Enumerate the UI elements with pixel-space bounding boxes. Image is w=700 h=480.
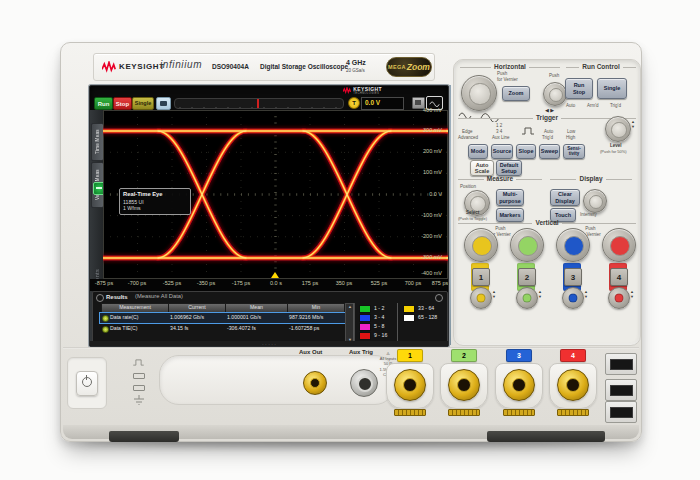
panel-drag-handle[interactable]: · · · · · [90, 341, 448, 346]
keysight-spark-icon [343, 87, 351, 94]
level-label: Level [610, 143, 622, 149]
screen-logo-subtext: TECHNOLOGIES [353, 92, 382, 95]
single-button[interactable]: Single [132, 97, 154, 110]
y-axis-label: 200 mV [423, 149, 442, 155]
trigger-sweep-button[interactable]: Sweep [539, 144, 560, 159]
ch4-offset-knob[interactable] [608, 287, 630, 309]
x-axis-label: 525 ps [371, 281, 388, 287]
oscilloscope-body: KEYSIGHT infiniium DSO90404A Digital Sto… [60, 42, 642, 442]
measurement-row-icon [102, 326, 109, 333]
trigger-slope-button[interactable]: Slope [516, 144, 536, 159]
time-axis: -875 ps -700 ps -525 ps -350 ps -175 ps … [90, 279, 448, 291]
divider [397, 303, 398, 341]
x-axis-label: -525 ps [163, 281, 181, 287]
legend-label: 5 - 8 [374, 324, 384, 329]
trigger-source-icon[interactable]: T [348, 97, 360, 109]
section-title: Vertical [535, 220, 558, 227]
ch4-probe-contacts [557, 409, 589, 416]
x-axis-label: 0.0 s [270, 281, 282, 287]
pulse-symbol [133, 359, 144, 366]
ch1-offset-knob[interactable] [470, 287, 492, 309]
cell-mean: 1.000001 Gb/s [227, 315, 261, 320]
results-title: Results [106, 294, 128, 300]
ch1-scale-knob[interactable] [464, 228, 498, 262]
cell-measurement: Data rate(C) [110, 315, 139, 320]
bandwidth-label: 4 GHz [346, 59, 366, 66]
stop-button[interactable]: Stop [113, 97, 132, 110]
ch1-enable-button[interactable]: 1 [472, 268, 490, 286]
ch2-enable-button[interactable]: 2 [518, 268, 536, 286]
panel-menu-icon[interactable] [96, 294, 104, 302]
timeline-trigger-marker [257, 99, 259, 108]
trigger-time-marker[interactable] [271, 272, 279, 278]
megazoom-badge: MEGA Zoom [386, 57, 432, 77]
cell-current: 34.15 fs [170, 326, 188, 331]
results-subtitle: (Measure All Data) [135, 294, 183, 300]
cell-min: 987.9216 Mb/s [289, 315, 323, 320]
cell-mean: -306.4072 fs [227, 326, 256, 331]
single-run-button[interactable]: Single [597, 78, 627, 99]
ch4-enable-button[interactable]: 4 [610, 268, 628, 286]
x-axis-label: -350 ps [197, 281, 215, 287]
legend-label: 9 - 16 [374, 333, 387, 338]
usb-port [605, 379, 637, 401]
section-horizontal: Horizontal [460, 64, 560, 71]
multipurpose-button[interactable]: Multi- purpose [496, 189, 524, 206]
horizontal-scale-knob[interactable] [461, 75, 497, 111]
trigger-source-button[interactable]: Source [491, 144, 513, 159]
zoom-button[interactable]: Zoom [502, 86, 530, 101]
default-setup-button[interactable]: Default Setup [496, 160, 522, 176]
screen-capture-icon[interactable] [156, 97, 171, 110]
intensity-knob[interactable] [583, 189, 607, 213]
trigger-level-knob[interactable] [605, 116, 631, 142]
panel-close-icon[interactable] [435, 294, 443, 302]
ch3-scale-knob[interactable] [556, 228, 590, 262]
brand-name: KEYSIGHT [119, 62, 165, 71]
trigger-mode-button[interactable]: Mode [468, 144, 488, 159]
usb-port [605, 401, 637, 423]
run-button[interactable]: Run [94, 97, 113, 110]
legend-label: 33 - 64 [418, 306, 434, 311]
legend-label: 3 - 4 [374, 315, 384, 320]
legend-label: 1 - 2 [374, 306, 384, 311]
trigger-level-readout[interactable]: 0.0 V [361, 97, 404, 110]
section-title: Horizontal [494, 64, 526, 71]
ch4-scale-knob[interactable] [602, 228, 636, 262]
x-axis-label: 875 ps [432, 281, 449, 287]
divider [353, 303, 354, 341]
up-down-arrows-icon: ▲ ▼ [630, 290, 634, 300]
timeline-waveform-icon [175, 104, 343, 109]
x-axis-label: -875 ps [95, 281, 113, 287]
aux-line-label: Aux Line [492, 135, 510, 141]
product-family: infiniium [160, 59, 202, 70]
trigger-source-12-label: 1 2 [496, 123, 502, 129]
ch2-scale-knob[interactable] [510, 228, 544, 262]
sample-rate-label: 20 GSa/s [346, 68, 365, 73]
y-axis-label: -100 mV [421, 213, 442, 219]
auto-indicator-label: Auto [566, 103, 575, 109]
sine-icon [429, 100, 440, 107]
ch2-offset-knob[interactable] [516, 287, 538, 309]
auto-scale-button[interactable]: Auto Scale [470, 160, 494, 176]
product-type: Digital Storage Oscilloscope [260, 63, 348, 70]
cell-current: 1.006962 Gb/s [170, 315, 204, 320]
position-label: Position [460, 184, 476, 190]
legend-swatch [359, 323, 371, 331]
foot [109, 431, 179, 442]
legend-swatch [403, 314, 415, 322]
up-down-arrows-icon: ▲ ▼ [631, 120, 635, 130]
ch2-input-connector [448, 369, 480, 401]
trigger-sensitivity-button[interactable]: Sensi- tivity [563, 144, 585, 159]
edge-label: Edge [462, 129, 473, 135]
run-stop-button[interactable]: Run Stop [565, 78, 593, 99]
trigger-source-34-label: 3 4 [496, 129, 502, 135]
acquisition-timeline[interactable] [174, 98, 344, 109]
ch3-offset-knob[interactable] [562, 287, 584, 309]
clear-display-button[interactable]: Clear Display [550, 189, 580, 206]
y-axis-label: 0.0 V [429, 192, 442, 198]
horizontal-position-knob[interactable] [543, 82, 567, 106]
annotation-wfm-count: 1 Wfms [123, 205, 187, 212]
ch3-enable-button[interactable]: 3 [564, 268, 582, 286]
aux-out-label: Aux Out [299, 349, 322, 355]
section-vertical: Vertical [458, 220, 636, 227]
